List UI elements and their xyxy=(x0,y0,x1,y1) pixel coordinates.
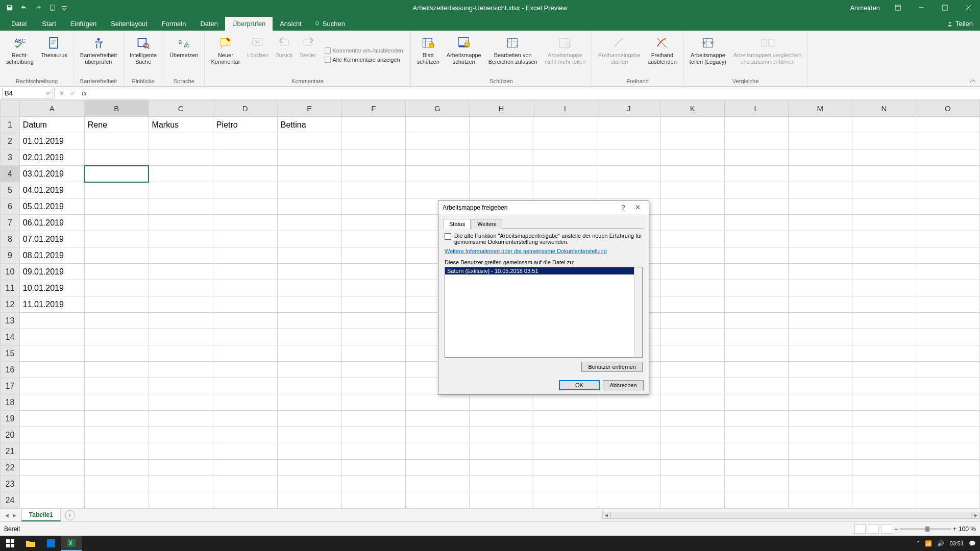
cell-I3[interactable] xyxy=(533,149,597,166)
cell-D8[interactable] xyxy=(213,231,277,247)
cell-K8[interactable] xyxy=(660,231,724,247)
cell-E18[interactable] xyxy=(277,394,341,411)
cell-L6[interactable] xyxy=(724,198,788,215)
cell-M23[interactable] xyxy=(788,476,852,492)
cell-K4[interactable] xyxy=(660,166,724,182)
normal-view-button[interactable] xyxy=(854,524,866,534)
cell-D21[interactable] xyxy=(213,443,277,460)
column-header-K[interactable]: K xyxy=(660,101,724,117)
row-header-3[interactable]: 3 xyxy=(1,149,20,166)
ribbon-display-options-icon[interactable] xyxy=(886,0,910,15)
cell-M16[interactable] xyxy=(788,362,852,378)
cell-M24[interactable] xyxy=(788,492,852,509)
cell-L1[interactable] xyxy=(724,117,788,133)
cell-E19[interactable] xyxy=(277,411,341,427)
smart-lookup-button[interactable]: Intelligente Suche xyxy=(127,33,160,77)
cell-A3[interactable]: 02.01.2019 xyxy=(19,149,84,166)
cell-K24[interactable] xyxy=(660,492,724,509)
cell-D3[interactable] xyxy=(213,149,277,166)
cell-J21[interactable] xyxy=(597,443,660,460)
column-header-C[interactable]: C xyxy=(149,101,213,117)
row-header-22[interactable]: 22 xyxy=(1,460,20,476)
cell-E14[interactable] xyxy=(277,329,341,345)
cell-C9[interactable] xyxy=(149,247,213,264)
cell-E17[interactable] xyxy=(277,378,341,394)
share-button[interactable]: Teilen xyxy=(939,17,980,31)
cell-J5[interactable] xyxy=(597,182,660,198)
zoom-in-button[interactable]: + xyxy=(953,525,957,533)
row-header-12[interactable]: 12 xyxy=(1,296,20,313)
cell-M13[interactable] xyxy=(788,313,852,329)
cell-D18[interactable] xyxy=(213,394,277,411)
cell-G5[interactable] xyxy=(405,182,469,198)
cell-I5[interactable] xyxy=(533,182,597,198)
cell-F6[interactable] xyxy=(341,198,405,215)
cell-D1[interactable]: Pietro xyxy=(213,117,277,133)
cell-C13[interactable] xyxy=(149,313,213,329)
cell-M21[interactable] xyxy=(788,443,852,460)
cell-A6[interactable]: 05.01.2019 xyxy=(19,198,84,215)
tray-chevron-icon[interactable]: ˄ xyxy=(917,540,920,547)
cell-A4[interactable]: 03.01.2019 xyxy=(19,166,84,182)
cell-A5[interactable]: 04.01.2019 xyxy=(19,182,84,198)
cell-O13[interactable] xyxy=(916,313,979,329)
close-button[interactable] xyxy=(957,0,980,15)
row-header-9[interactable]: 9 xyxy=(1,247,20,264)
cell-L18[interactable] xyxy=(724,394,788,411)
cell-B20[interactable] xyxy=(84,427,149,443)
cell-O23[interactable] xyxy=(916,476,979,492)
cell-K21[interactable] xyxy=(660,443,724,460)
cell-O18[interactable] xyxy=(916,394,979,411)
cell-O24[interactable] xyxy=(916,492,979,509)
cell-O4[interactable] xyxy=(916,166,979,182)
row-header-24[interactable]: 24 xyxy=(1,492,20,509)
cell-I1[interactable] xyxy=(533,117,597,133)
cell-L19[interactable] xyxy=(724,411,788,427)
cell-M22[interactable] xyxy=(788,460,852,476)
cell-H23[interactable] xyxy=(469,476,533,492)
cell-B18[interactable] xyxy=(84,394,149,411)
row-header-14[interactable]: 14 xyxy=(1,329,20,345)
tell-me-search[interactable]: Suchen xyxy=(309,17,350,31)
allow-edit-ranges-button[interactable]: Bearbeiten von Bereichen zulassen xyxy=(485,33,541,77)
cell-K18[interactable] xyxy=(660,394,724,411)
cell-H21[interactable] xyxy=(469,443,533,460)
cell-K2[interactable] xyxy=(660,133,724,149)
minimize-button[interactable] xyxy=(910,0,933,15)
cell-E11[interactable] xyxy=(277,280,341,296)
tab-view[interactable]: Ansicht xyxy=(273,17,309,31)
cell-L22[interactable] xyxy=(724,460,788,476)
cell-A9[interactable]: 08.01.2019 xyxy=(19,247,84,264)
cell-F23[interactable] xyxy=(341,476,405,492)
touch-mode-button[interactable] xyxy=(47,2,58,13)
cell-B6[interactable] xyxy=(84,198,149,215)
cell-E13[interactable] xyxy=(277,313,341,329)
tray-notifications-icon[interactable]: 💬 xyxy=(969,540,976,547)
column-header-L[interactable]: L xyxy=(724,101,788,117)
column-header-G[interactable]: G xyxy=(405,101,469,117)
cell-H2[interactable] xyxy=(469,133,533,149)
row-header-7[interactable]: 7 xyxy=(1,215,20,231)
cell-L24[interactable] xyxy=(724,492,788,509)
tray-volume-icon[interactable]: 🔊 xyxy=(937,540,944,547)
show-all-comments-button[interactable]: Alle Kommentare anzeigen xyxy=(323,56,405,64)
cell-O22[interactable] xyxy=(916,460,979,476)
cell-C5[interactable] xyxy=(149,182,213,198)
cell-K16[interactable] xyxy=(660,362,724,378)
cell-A22[interactable] xyxy=(19,460,84,476)
cell-A21[interactable] xyxy=(19,443,84,460)
dialog-help-button[interactable]: ? xyxy=(616,203,630,213)
cell-H4[interactable] xyxy=(469,166,533,182)
insert-function-button[interactable]: fx xyxy=(79,88,89,98)
start-button[interactable] xyxy=(0,536,20,551)
cell-C19[interactable] xyxy=(149,411,213,427)
cell-K5[interactable] xyxy=(660,182,724,198)
cell-N13[interactable] xyxy=(852,313,916,329)
cell-A2[interactable]: 01.01.2019 xyxy=(19,133,84,149)
tab-review[interactable]: Überprüfen xyxy=(225,17,273,31)
new-comment-button[interactable]: Neuer Kommentar xyxy=(208,33,243,77)
cell-C8[interactable] xyxy=(149,231,213,247)
cell-D14[interactable] xyxy=(213,329,277,345)
cell-L9[interactable] xyxy=(724,247,788,264)
cell-N10[interactable] xyxy=(852,264,916,280)
